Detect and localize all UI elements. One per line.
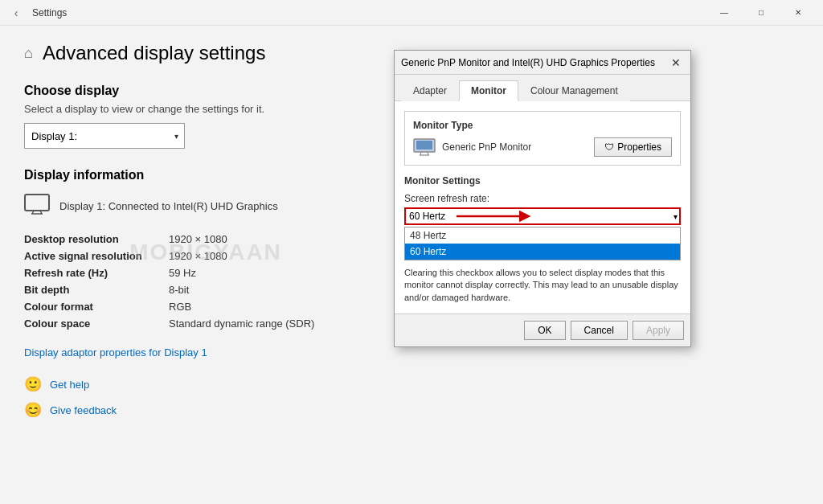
info-label: Desktop resolution: [24, 231, 169, 248]
dialog-body: Monitor Type Generic PnP Monitor: [395, 101, 690, 313]
dialog-footer: OK Cancel Apply: [395, 313, 690, 346]
give-feedback-text: Give feedback: [50, 404, 117, 416]
help-section: 🙂 Get help 😊 Give feedback: [24, 375, 799, 419]
dropdown-list: 48 Hertz 60 Hertz: [404, 227, 681, 260]
cancel-button[interactable]: Cancel: [571, 321, 628, 340]
tab-monitor[interactable]: Monitor: [459, 80, 518, 101]
dropdown-wrapper: 60 Hertz ▾: [404, 207, 681, 225]
feedback-icon: 😊: [24, 401, 42, 419]
monitor-type-label: Monitor Type: [413, 120, 672, 131]
tab-adapter[interactable]: Adapter: [401, 80, 459, 101]
monitor-type-info: Generic PnP Monitor: [413, 138, 531, 156]
svg-rect-5: [416, 141, 432, 150]
option-60hz[interactable]: 60 Hertz: [405, 244, 680, 260]
dialog-titlebar: Generic PnP Monitor and Intel(R) UHD Gra…: [395, 51, 690, 75]
warning-text: Clearing this checkbox allows you to sel…: [404, 267, 681, 304]
dialog-tabs: Adapter Monitor Colour Management: [395, 75, 690, 101]
monitor-small-icon: [413, 138, 436, 156]
option-48hz[interactable]: 48 Hertz: [405, 227, 680, 244]
dialog-close-button[interactable]: ✕: [668, 55, 684, 71]
svg-rect-0: [25, 195, 49, 211]
dialog-title: Generic PnP Monitor and Intel(R) UHD Gra…: [401, 57, 668, 68]
shield-icon: 🛡: [604, 141, 614, 153]
monitor-settings: Monitor Settings Screen refresh rate: 60…: [404, 175, 681, 304]
get-help-text: Get help: [50, 379, 89, 391]
properties-button[interactable]: 🛡 Properties: [594, 137, 672, 157]
give-feedback-item[interactable]: 😊 Give feedback: [24, 401, 799, 419]
monitor-type-box: Monitor Type Generic PnP Monitor: [404, 111, 681, 166]
monitor-settings-label: Monitor Settings: [404, 175, 681, 186]
maximize-button[interactable]: □: [743, 0, 780, 26]
info-label: Bit depth: [24, 281, 169, 298]
monitor-name: Generic PnP Monitor: [442, 141, 531, 153]
minimize-button[interactable]: —: [706, 0, 743, 26]
apply-button[interactable]: Apply: [633, 321, 684, 340]
home-icon: ⌂: [24, 45, 33, 62]
close-button[interactable]: ✕: [780, 0, 817, 26]
display-name: Display 1: Connected to Intel(R) UHD Gra…: [59, 200, 278, 212]
info-label: Colour space: [24, 315, 169, 332]
refresh-rate-label: Screen refresh rate:: [404, 193, 681, 204]
title-bar: ‹ Settings — □ ✕: [0, 0, 823, 26]
monitor-icon: [24, 194, 50, 218]
properties-dialog[interactable]: Generic PnP Monitor and Intel(R) UHD Gra…: [394, 50, 691, 347]
info-label: Refresh rate (Hz): [24, 264, 169, 281]
monitor-type-row: Generic PnP Monitor 🛡 Properties: [413, 137, 672, 157]
help-icon: 🙂: [24, 375, 42, 393]
window-title: Settings: [32, 7, 706, 18]
ok-button[interactable]: OK: [524, 321, 565, 340]
display-select[interactable]: Display 1:: [24, 123, 185, 149]
info-label: Colour format: [24, 298, 169, 315]
page-title: Advanced display settings: [43, 42, 266, 64]
display-select-wrapper: Display 1: ▾: [24, 123, 185, 149]
tab-colour-management[interactable]: Colour Management: [518, 80, 630, 101]
back-button[interactable]: ‹: [6, 3, 26, 23]
info-label: Active signal resolution: [24, 248, 169, 264]
get-help-item[interactable]: 🙂 Get help: [24, 375, 799, 393]
refresh-rate-dropdown[interactable]: 60 Hertz: [404, 207, 681, 225]
window-controls: — □ ✕: [706, 0, 817, 26]
display-adapter-link[interactable]: Display adaptor properties for Display 1: [24, 346, 207, 359]
